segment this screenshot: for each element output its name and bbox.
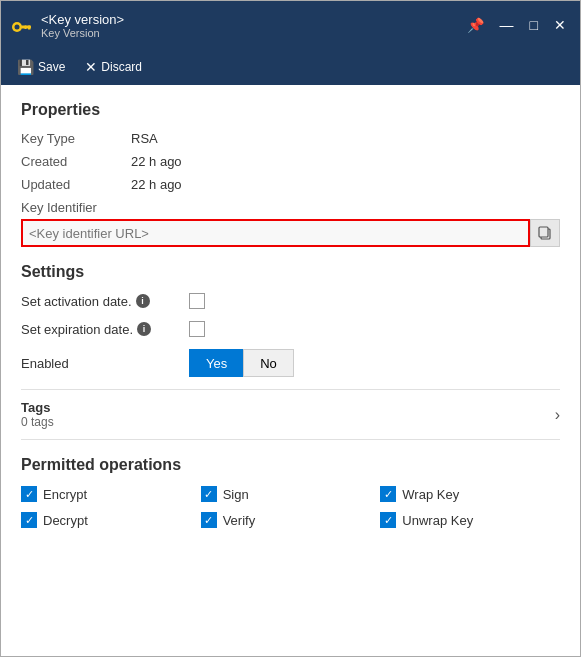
expiration-row: Set expiration date. i <box>21 321 560 337</box>
created-row: Created 22 h ago <box>21 154 560 169</box>
enabled-toggle-group: Yes No <box>189 349 294 377</box>
verify-checkbox[interactable] <box>201 512 217 528</box>
discard-label: Discard <box>101 60 142 74</box>
svg-rect-4 <box>25 26 27 30</box>
updated-row: Updated 22 h ago <box>21 177 560 192</box>
activation-row: Set activation date. i <box>21 293 560 309</box>
save-button[interactable]: 💾 Save <box>9 55 73 79</box>
key-type-row: Key Type RSA <box>21 131 560 146</box>
expiration-checkbox[interactable] <box>189 321 205 337</box>
properties-section: Properties Key Type RSA Created 22 h ago… <box>21 101 560 247</box>
activation-checkbox[interactable] <box>189 293 205 309</box>
minimize-button[interactable]: — <box>494 14 520 36</box>
enabled-row: Enabled Yes No <box>21 349 560 377</box>
updated-label: Updated <box>21 177 131 192</box>
expiration-label: Set expiration date. i <box>21 322 181 337</box>
ops-grid: Encrypt Sign Wrap Key Decrypt Verify <box>21 486 560 528</box>
discard-icon: ✕ <box>85 59 97 75</box>
tags-row[interactable]: Tags 0 tags › <box>21 389 560 440</box>
expiration-info-icon[interactable]: i <box>137 322 151 336</box>
settings-section: Settings Set activation date. i Set expi… <box>21 263 560 377</box>
enabled-label: Enabled <box>21 356 181 371</box>
activation-info-icon[interactable]: i <box>136 294 150 308</box>
sign-checkbox[interactable] <box>201 486 217 502</box>
updated-value: 22 h ago <box>131 177 182 192</box>
content-area: Properties Key Type RSA Created 22 h ago… <box>1 85 580 656</box>
key-identifier-label: Key Identifier <box>21 200 560 215</box>
toolbar: 💾 Save ✕ Discard <box>1 49 580 85</box>
properties-title: Properties <box>21 101 560 119</box>
unwrap-key-label: Unwrap Key <box>402 513 473 528</box>
key-identifier-input[interactable] <box>21 219 530 247</box>
copy-button[interactable] <box>530 219 560 247</box>
yes-toggle-button[interactable]: Yes <box>189 349 243 377</box>
copy-icon <box>537 225 553 241</box>
maximize-button[interactable]: □ <box>524 14 544 36</box>
svg-rect-6 <box>539 227 548 237</box>
svg-rect-3 <box>28 26 31 30</box>
op-wrap-key: Wrap Key <box>380 486 560 502</box>
permitted-ops-title: Permitted operations <box>21 456 560 474</box>
sign-label: Sign <box>223 487 249 502</box>
verify-label: Verify <box>223 513 256 528</box>
window-subtitle: Key Version <box>41 27 461 39</box>
tags-content: Tags 0 tags <box>21 400 555 429</box>
op-unwrap-key: Unwrap Key <box>380 512 560 528</box>
key-icon <box>9 13 33 37</box>
pin-button[interactable]: 📌 <box>461 14 490 36</box>
tags-title: Tags <box>21 400 555 415</box>
activation-label: Set activation date. i <box>21 294 181 309</box>
main-window: <Key version> Key Version 📌 — □ ✕ 💾 Save… <box>0 0 581 657</box>
close-button[interactable]: ✕ <box>548 14 572 36</box>
save-icon: 💾 <box>17 59 34 75</box>
svg-point-1 <box>15 25 20 30</box>
encrypt-checkbox[interactable] <box>21 486 37 502</box>
title-bar-controls: 📌 — □ ✕ <box>461 14 572 36</box>
chevron-right-icon: › <box>555 406 560 424</box>
op-sign: Sign <box>201 486 381 502</box>
op-verify: Verify <box>201 512 381 528</box>
created-label: Created <box>21 154 131 169</box>
window-title: <Key version> <box>41 12 461 27</box>
key-type-value: RSA <box>131 131 158 146</box>
wrap-key-label: Wrap Key <box>402 487 459 502</box>
decrypt-label: Decrypt <box>43 513 88 528</box>
permitted-ops-section: Permitted operations Encrypt Sign Wrap K… <box>21 456 560 528</box>
key-type-label: Key Type <box>21 131 131 146</box>
no-toggle-button[interactable]: No <box>243 349 294 377</box>
save-label: Save <box>38 60 65 74</box>
wrap-key-checkbox[interactable] <box>380 486 396 502</box>
tags-subtitle: 0 tags <box>21 415 555 429</box>
created-value: 22 h ago <box>131 154 182 169</box>
settings-title: Settings <box>21 263 560 281</box>
title-bar-text: <Key version> Key Version <box>41 12 461 39</box>
title-bar: <Key version> Key Version 📌 — □ ✕ <box>1 1 580 49</box>
discard-button[interactable]: ✕ Discard <box>77 55 150 79</box>
decrypt-checkbox[interactable] <box>21 512 37 528</box>
key-identifier-row <box>21 219 560 247</box>
unwrap-key-checkbox[interactable] <box>380 512 396 528</box>
op-encrypt: Encrypt <box>21 486 201 502</box>
op-decrypt: Decrypt <box>21 512 201 528</box>
encrypt-label: Encrypt <box>43 487 87 502</box>
